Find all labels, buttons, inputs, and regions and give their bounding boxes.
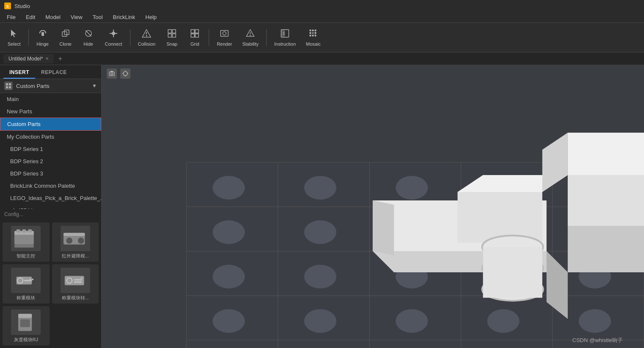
svg-rect-14 bbox=[172, 30, 176, 33]
target-button[interactable] bbox=[120, 69, 130, 79]
scene-svg: CSDN @whistle响子 bbox=[102, 65, 644, 348]
category-dropdown[interactable]: Custom Parts ▼ bbox=[0, 79, 101, 93]
svg-rect-17 bbox=[191, 30, 194, 33]
app-icon: S bbox=[4, 3, 11, 9]
sidebar-item-bricklink-common-palette[interactable]: BrickLink Common Palette bbox=[0, 180, 101, 192]
sidebar-item-lego-ideas[interactable]: LEGO_Ideas_Pick_a_Brick_Palette_... bbox=[0, 192, 101, 204]
svg-point-91 bbox=[304, 176, 336, 200]
svg-rect-65 bbox=[81, 277, 83, 279]
svg-point-107 bbox=[579, 309, 611, 333]
tool-select[interactable]: Select bbox=[3, 26, 25, 49]
part-thumbnail bbox=[11, 226, 41, 251]
menu-item-file[interactable]: File bbox=[2, 13, 21, 21]
svg-rect-18 bbox=[195, 30, 199, 33]
svg-point-98 bbox=[213, 265, 245, 288]
add-tab-button[interactable]: + bbox=[55, 53, 65, 64]
part-part-4[interactable]: 称重模块转... bbox=[52, 264, 99, 304]
tool-mosaic[interactable]: Mosaic bbox=[302, 26, 325, 49]
svg-point-104 bbox=[304, 309, 336, 333]
svg-rect-43 bbox=[9, 83, 11, 85]
grid-icon bbox=[190, 29, 199, 40]
menu-item-help[interactable]: Help bbox=[140, 13, 162, 21]
svg-marker-111 bbox=[373, 200, 394, 255]
parts-grid: 智能主控红外避障模...称重模块称重模块转...灰度模块RJ bbox=[0, 220, 101, 348]
menu-item-model[interactable]: Model bbox=[40, 13, 65, 21]
tool-instruction[interactable]: Instruction bbox=[270, 26, 300, 49]
tool-stability[interactable]: Stability bbox=[238, 26, 263, 49]
part-part-5[interactable]: 灰度模块RJ bbox=[3, 306, 50, 345]
camera-button[interactable] bbox=[107, 69, 117, 79]
part-label: 称重模块转... bbox=[62, 295, 89, 301]
tab-insert[interactable]: INSERT bbox=[3, 67, 35, 79]
toolbar-separator bbox=[130, 29, 130, 46]
part-label: 灰度模块RJ bbox=[14, 337, 38, 343]
tool-collision[interactable]: Collision bbox=[134, 26, 160, 49]
part-part-3[interactable]: 称重模块 bbox=[3, 264, 50, 304]
select-label: Select bbox=[8, 41, 21, 47]
part-part-2[interactable]: 红外避障模... bbox=[52, 222, 99, 262]
close-tab-icon[interactable]: ✕ bbox=[45, 56, 49, 61]
sidebar-item-custom-parts[interactable]: Custom Parts bbox=[0, 118, 101, 131]
tool-hide[interactable]: Hide bbox=[78, 26, 99, 49]
part-label: 红外避障模... bbox=[62, 253, 89, 259]
tool-render[interactable]: Render bbox=[213, 26, 236, 49]
tool-grid[interactable]: Grid bbox=[184, 26, 205, 49]
svg-marker-124 bbox=[568, 133, 644, 175]
svg-text:S: S bbox=[6, 4, 9, 8]
sidebar-item-bdp-series-3[interactable]: BDP Series 3 bbox=[0, 167, 101, 180]
instruction-label: Instruction bbox=[274, 41, 296, 47]
render-icon bbox=[220, 29, 229, 40]
hinge-icon bbox=[38, 29, 47, 40]
svg-rect-15 bbox=[168, 34, 171, 37]
svg-rect-19 bbox=[191, 34, 194, 37]
svg-point-72 bbox=[123, 71, 127, 76]
tool-hinge[interactable]: Hinge bbox=[32, 26, 53, 49]
collision-label: Collision bbox=[138, 41, 156, 47]
sidebar-item-bdp-series-1[interactable]: BDP Series 1 bbox=[0, 143, 101, 155]
sidebar-item-cf-45544[interactable]: cf_45544 bbox=[0, 204, 101, 209]
sidebar-item-new-parts[interactable]: New Parts bbox=[0, 105, 101, 118]
toolbar-separator bbox=[28, 29, 29, 46]
tab-replace[interactable]: REPLACE bbox=[35, 67, 73, 79]
svg-rect-48 bbox=[16, 229, 20, 232]
tool-clone[interactable]: Clone bbox=[55, 26, 76, 49]
svg-marker-122 bbox=[568, 175, 644, 226]
part-part-1[interactable]: 智能主控 bbox=[3, 222, 50, 262]
svg-rect-33 bbox=[310, 30, 311, 31]
svg-rect-41 bbox=[315, 35, 316, 36]
tab-untitled-model[interactable]: Untitled Model*✕ bbox=[3, 54, 54, 63]
category-label: Custom Parts bbox=[16, 83, 92, 89]
svg-rect-42 bbox=[6, 83, 8, 85]
viewport-toolbar bbox=[107, 69, 130, 79]
svg-rect-39 bbox=[310, 35, 311, 36]
mosaic-label: Mosaic bbox=[306, 41, 321, 47]
hinge-label: Hinge bbox=[36, 41, 49, 47]
menu-item-edit[interactable]: Edit bbox=[21, 13, 40, 21]
svg-text:CSDN @whistle响子: CSDN @whistle响子 bbox=[572, 337, 623, 343]
svg-rect-69 bbox=[109, 72, 114, 76]
menu-item-tool[interactable]: Tool bbox=[88, 13, 108, 21]
tool-snap[interactable]: Snap bbox=[161, 26, 182, 49]
category-icon bbox=[4, 82, 13, 90]
sidebar-item-my-collection-parts[interactable]: My Collection Parts bbox=[0, 131, 101, 143]
svg-point-54 bbox=[66, 237, 73, 244]
svg-point-9 bbox=[112, 32, 115, 35]
sidebar-item-bdp-series-2[interactable]: BDP Series 2 bbox=[0, 155, 101, 167]
menu-item-bricklink[interactable]: BrickLink bbox=[108, 13, 141, 21]
sidebar-item-main[interactable]: Main bbox=[0, 93, 101, 105]
svg-rect-38 bbox=[315, 32, 316, 34]
part-thumbnail bbox=[11, 268, 41, 293]
snap-icon bbox=[167, 29, 177, 40]
svg-rect-53 bbox=[64, 233, 85, 236]
svg-point-12 bbox=[146, 35, 147, 36]
tab-label: Untitled Model* bbox=[8, 56, 43, 62]
menu-item-view[interactable]: View bbox=[66, 13, 88, 21]
svg-point-96 bbox=[304, 220, 336, 244]
connect-icon bbox=[109, 29, 118, 40]
svg-point-70 bbox=[111, 73, 113, 75]
part-thumbnail bbox=[11, 310, 41, 335]
toolbar-separator bbox=[209, 29, 209, 46]
svg-rect-23 bbox=[221, 30, 228, 36]
tool-connect[interactable]: Connect bbox=[101, 26, 127, 49]
part-thumbnail bbox=[61, 268, 90, 293]
